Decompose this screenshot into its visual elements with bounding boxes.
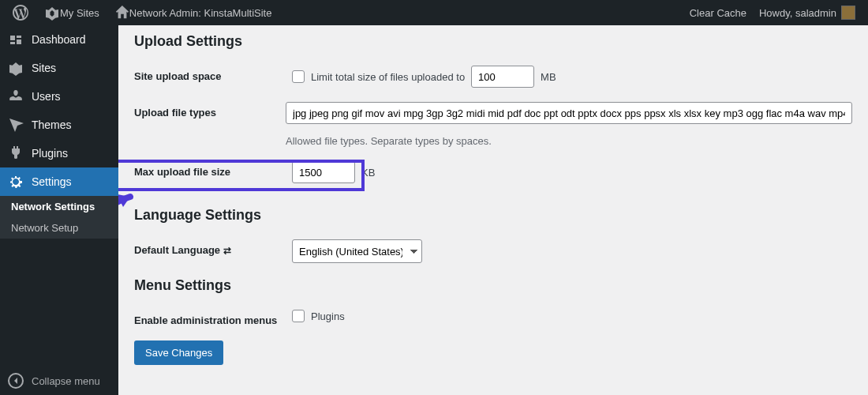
home-icon — [115, 6, 129, 20]
enable-admin-menus-row: Enable administration menus Plugins — [134, 310, 852, 326]
limit-total-text: Limit total size of files uploaded to — [311, 71, 465, 83]
default-language-row: Default Language⇄ English (United States… — [134, 239, 852, 263]
collapse-menu[interactable]: Collapse menu — [0, 367, 118, 395]
default-language-label: Default Language⇄ — [134, 239, 292, 256]
users-icon — [8, 88, 24, 104]
upload-file-types-row: Upload file types Allowed file types. Se… — [134, 102, 852, 147]
sidebar-sub-network-setup[interactable]: Network Setup — [0, 217, 118, 239]
max-upload-size-row: Max upload file size KB — [134, 161, 852, 183]
upload-settings-heading: Upload Settings — [134, 33, 852, 50]
wordpress-icon — [13, 5, 28, 21]
my-sites-label: My Sites — [60, 7, 99, 19]
collapse-icon — [8, 373, 24, 389]
admin-sidebar: Dashboard Sites Users Themes Plugins Set… — [0, 25, 118, 395]
network-admin-link[interactable]: Network Admin: KinstaMultiSite — [109, 0, 279, 25]
limit-total-checkbox[interactable] — [292, 70, 305, 83]
translate-icon: ⇄ — [223, 245, 231, 256]
sidebar-item-users[interactable]: Users — [0, 82, 118, 111]
avatar — [841, 6, 855, 20]
settings-icon — [8, 174, 24, 190]
site-upload-space-label: Site upload space — [134, 66, 292, 82]
clear-cache-link[interactable]: Clear Cache — [683, 0, 753, 25]
menu-settings-heading: Menu Settings — [134, 277, 852, 294]
annotation-arrow — [118, 193, 134, 248]
network-admin-label: Network Admin: KinstaMultiSite — [129, 7, 272, 19]
max-upload-size-unit: KB — [361, 167, 375, 179]
admin-multisite-icon — [44, 5, 60, 21]
sidebar-item-themes[interactable]: Themes — [0, 111, 118, 139]
sidebar-item-sites[interactable]: Sites — [0, 54, 118, 82]
upload-file-types-desc: Allowed file types. Separate types by sp… — [286, 135, 492, 147]
settings-submenu: Network Settings Network Setup — [0, 196, 118, 239]
plugins-menu-checkbox[interactable] — [292, 310, 305, 322]
limit-total-unit: MB — [541, 71, 556, 83]
upload-file-types-label: Upload file types — [134, 102, 286, 118]
default-language-select[interactable]: English (United States) — [292, 239, 422, 263]
max-upload-size-input[interactable] — [292, 161, 355, 183]
language-settings-heading: Language Settings — [134, 207, 852, 224]
sidebar-item-plugins[interactable]: Plugins — [0, 139, 118, 167]
sites-icon — [8, 60, 24, 76]
plugins-menu-option: Plugins — [311, 310, 345, 322]
content-area: Upload Settings Site upload space Limit … — [118, 25, 868, 395]
dashboard-icon — [8, 32, 24, 47]
wp-logo-menu[interactable] — [6, 0, 35, 25]
sidebar-item-settings[interactable]: Settings — [0, 167, 118, 196]
plugins-icon — [8, 145, 24, 161]
upload-file-types-input[interactable] — [286, 102, 852, 124]
themes-icon — [8, 117, 24, 133]
sidebar-sub-network-settings[interactable]: Network Settings — [0, 196, 118, 217]
enable-admin-menus-label: Enable administration menus — [134, 310, 292, 326]
howdy-account[interactable]: Howdy, saladmin — [753, 0, 862, 25]
admin-toolbar: My Sites Network Admin: KinstaMultiSite … — [0, 0, 868, 25]
site-upload-space-row: Site upload space Limit total size of fi… — [134, 66, 852, 88]
max-upload-size-label: Max upload file size — [134, 161, 292, 178]
sidebar-item-dashboard[interactable]: Dashboard — [0, 25, 118, 54]
save-changes-button[interactable]: Save Changes — [134, 340, 223, 365]
howdy-text: Howdy, saladmin — [759, 7, 836, 19]
limit-total-input[interactable] — [471, 66, 534, 88]
my-sites-menu[interactable]: My Sites — [38, 0, 106, 25]
